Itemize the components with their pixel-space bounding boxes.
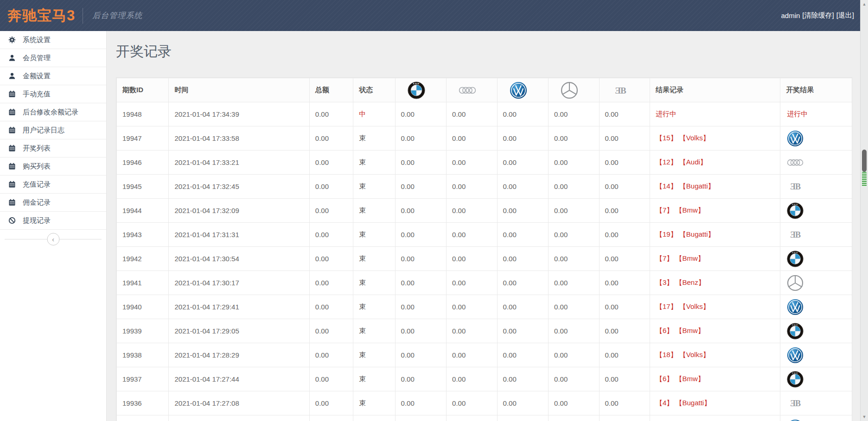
user-area: admin [清除缓存] [退出] [781,11,868,20]
bet-amount-vw-cell: 0.00 [497,247,548,271]
bet-amount-bugatti-cell: 0.00 [599,175,650,199]
bet-amount-vw-cell: 0.00 [497,223,548,247]
total-cell: 0.00 [309,199,353,223]
draw-result-cell [780,271,852,295]
bet-amount-vw-cell [497,415,548,421]
bet-amount-audi-cell: 0.00 [447,126,497,151]
ban-icon [8,217,16,224]
svg-text:BMW: BMW [413,82,419,85]
audi-logo-icon [787,154,804,171]
table-row: 199362021-01-04 17:27:080.00束0.000.000.0… [117,391,853,415]
bet-amount-audi-cell: 0.00 [447,199,497,223]
draw-records-table-wrap: 期数ID时间总额状态BMWƎB结果记录开奖结果 199482021-01-04 … [116,77,852,421]
user-icon [8,54,16,62]
period-id-cell [117,415,169,421]
main-content: 开奖记录 期数ID时间总额状态BMWƎB结果记录开奖结果 199482021-0… [107,31,860,421]
sidebar-item-withdrawal-records[interactable]: 提现记录 [0,212,106,230]
bet-amount-audi-cell: 0.00 [447,343,497,367]
time-cell: 2021-01-04 17:33:21 [169,151,309,175]
scroll-down-arrow-icon[interactable]: ▼ [861,415,868,419]
sidebar-item-manual-recharge[interactable]: 手动充值 [0,85,106,103]
vw-logo-icon [787,419,804,421]
sidebar-item-member-management[interactable]: 会员管理 [0,49,106,67]
draw-result-cell: ƎB [780,391,852,415]
status-cell: 束 [353,295,395,319]
bet-amount-benz-cell: 0.00 [549,367,599,391]
bet-amount-vw-cell: 0.00 [497,343,548,367]
sidebar-item-backend-balance-log[interactable]: 后台修改余额记录 [0,103,106,121]
bet-amount-benz-cell: 0.00 [549,151,599,175]
result-record-cell: 【12】 【Audi】 [650,151,780,175]
bet-amount-bugatti-cell: 0.00 [599,126,650,151]
bet-amount-benz-cell: 0.00 [549,175,599,199]
draw-result-cell: BMW [780,319,852,343]
time-cell: 2021-01-04 17:32:09 [169,199,309,223]
draw-result-cell: ƎB [780,175,852,199]
clear-cache-link[interactable]: [清除缓存] [802,11,834,20]
bet-amount-vw-cell: 0.00 [497,295,548,319]
time-cell: 2021-01-04 17:29:41 [169,295,309,319]
sidebar-item-amount-settings[interactable]: 金额设置 [0,67,106,85]
status-cell: 束 [353,223,395,247]
period-id-cell: 19947 [117,126,169,151]
bet-amount-bugatti-cell: 0.00 [599,319,650,343]
bet-amount-audi-cell: 0.00 [447,295,497,319]
sidebar-item-label: 开奖列表 [23,144,51,153]
time-cell: 2021-01-04 17:30:17 [169,271,309,295]
bet-amount-benz-cell: 0.00 [549,319,599,343]
bet-amount-bmw-cell: 0.00 [395,271,446,295]
bet-amount-benz-cell: 0.00 [549,391,599,415]
bet-amount-bmw-cell: 0.00 [395,343,446,367]
scrollbar-thumb[interactable] [862,150,867,172]
vertical-scrollbar[interactable]: ▲ ▼ [860,0,868,421]
sidebar-item-label: 充值记录 [23,180,51,189]
sidebar-collapse-button[interactable]: ‹ [47,233,59,245]
column-header-vw [497,78,548,102]
result-record-cell: 【6】 【Bmw】 [650,367,780,391]
sidebar-item-purchase-list[interactable]: 购买列表 [0,157,106,176]
status-cell: 束 [353,271,395,295]
status-cell: 束 [353,391,395,415]
bet-amount-bmw-cell [395,415,446,421]
calendar-icon [8,145,16,152]
total-cell: 0.00 [309,295,353,319]
user-icon [8,72,16,80]
draw-result-cell [780,126,852,151]
bet-amount-bmw-cell: 0.00 [395,102,446,126]
sidebar-item-label: 用户记录日志 [23,126,64,135]
sidebar-item-recharge-records[interactable]: 充值记录 [0,176,106,194]
bet-amount-audi-cell: 0.00 [447,391,497,415]
result-record-cell: 【15】 【Volks】 [650,126,780,151]
bet-amount-benz-cell: 0.00 [549,102,599,126]
column-header-benz [549,78,599,102]
total-cell: 0.00 [309,126,353,151]
sidebar-item-system-settings[interactable]: 系统设置 [0,31,106,49]
bet-amount-audi-cell [447,415,497,421]
table-row: 199402021-01-04 17:29:410.00束0.000.000.0… [117,295,853,319]
draw-result-cell [780,415,852,421]
result-record-cell: 【4】 【Bugatti】 [650,391,780,415]
bet-amount-bmw-cell: 0.00 [395,126,446,151]
bet-amount-bugatti-cell: 0.00 [599,391,650,415]
scroll-up-arrow-icon[interactable]: ▲ [861,2,868,6]
column-header: 时间 [169,78,309,102]
bet-amount-bmw-cell: 0.00 [395,223,446,247]
sidebar-item-label: 手动充值 [23,90,51,99]
bet-amount-audi-cell: 0.00 [447,102,497,126]
bet-amount-vw-cell: 0.00 [497,271,548,295]
sidebar-item-user-log[interactable]: 用户记录日志 [0,121,106,139]
bet-amount-benz-cell: 0.00 [549,126,599,151]
draw-result-cell: ƎB [780,223,852,247]
bugatti-logo-icon: ƎB [787,226,804,243]
sidebar-menu: 系统设置会员管理金额设置手动充值后台修改余额记录用户记录日志开奖列表购买列表充值… [0,31,106,230]
calendar-icon [8,126,16,134]
logout-link[interactable]: [退出] [836,11,854,20]
bet-amount-vw-cell: 0.00 [497,199,548,223]
calendar-icon [8,90,16,98]
svg-text:BMW: BMW [792,251,798,254]
bet-amount-bugatti-cell: 0.00 [599,367,650,391]
result-record-cell: 【17】 【Volks】 [650,295,780,319]
sidebar-item-draw-list[interactable]: 开奖列表 [0,139,106,157]
sidebar-item-label: 提现记录 [23,216,51,225]
sidebar-item-commission-records[interactable]: 佣金记录 [0,194,106,212]
